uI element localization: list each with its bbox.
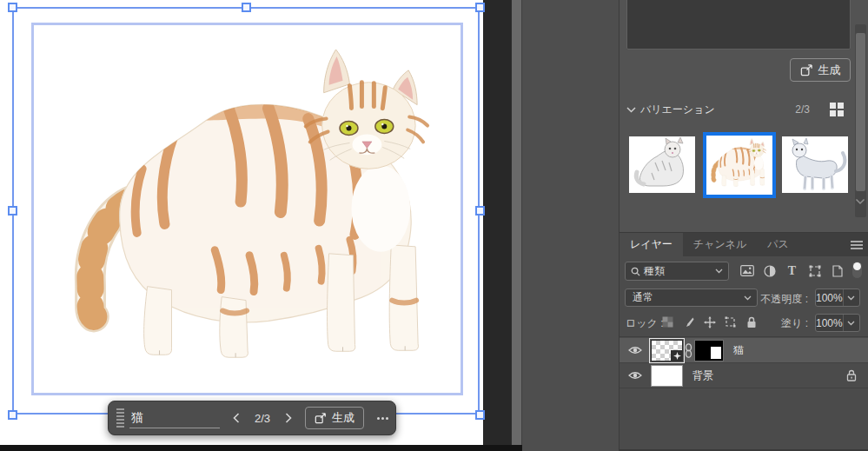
generate-button[interactable]: 生成 <box>305 407 364 429</box>
chevron-down-icon <box>626 107 636 113</box>
lock-image-pixels-button[interactable] <box>682 315 695 328</box>
adjustment-icon <box>764 265 776 277</box>
variations-header: バリエーション 2/3 <box>620 99 868 120</box>
grid-view-button[interactable] <box>829 102 845 117</box>
visibility-eye-icon[interactable] <box>628 371 642 380</box>
hamburger-menu-icon <box>850 240 864 250</box>
variation-counter: 2/3 <box>251 412 274 425</box>
variations-title: バリエーション <box>640 103 715 117</box>
transform-handle-bottom-left[interactable] <box>8 410 17 420</box>
transform-handle-top-left[interactable] <box>8 3 17 12</box>
more-options-button[interactable] <box>371 408 394 428</box>
variation-thumbnail-3[interactable] <box>782 136 848 193</box>
chevron-left-icon <box>233 413 240 423</box>
lock-transparent-pixels-button[interactable] <box>661 315 674 328</box>
filter-smart-objects-button[interactable] <box>830 263 845 278</box>
properties-panel: 生成 バリエーション 2/3 <box>619 0 868 451</box>
lock-icon <box>746 316 757 328</box>
grid-icon <box>829 102 845 117</box>
variation-thumbnail-1[interactable] <box>629 136 695 193</box>
panel-generate-button[interactable]: 生成 <box>790 58 851 82</box>
lock-artboard-button[interactable] <box>724 315 737 328</box>
opacity-value-select[interactable]: 100% <box>815 289 860 307</box>
app-background <box>522 0 619 451</box>
tab-layers[interactable]: レイヤー <box>620 233 683 256</box>
chevron-down-icon <box>715 269 723 274</box>
visibility-eye-icon[interactable] <box>628 346 642 355</box>
tab-channels[interactable]: チャンネル <box>683 233 757 256</box>
chevron-down-icon <box>855 198 865 205</box>
generate-icon <box>800 63 813 76</box>
collapse-section-button[interactable] <box>625 103 637 116</box>
previous-variation-button[interactable] <box>229 408 244 428</box>
layer-thumbnail-cat[interactable] <box>651 340 683 361</box>
layer-mask-thumbnail[interactable] <box>694 340 724 361</box>
scroll-down-button[interactable] <box>855 198 865 209</box>
layer-row-background[interactable]: 背景 <box>620 363 868 388</box>
opacity-value: 100% <box>816 292 843 304</box>
tab-paths[interactable]: パス <box>757 233 799 256</box>
canvas-bottom-bar <box>0 445 522 451</box>
transform-bounding-box <box>12 7 480 415</box>
dock-divider <box>511 0 522 451</box>
transform-handle-top-center[interactable] <box>242 3 251 12</box>
panel-scrollbar-thumb[interactable] <box>856 33 865 191</box>
chevron-down-icon <box>843 289 859 306</box>
panel-scrollbar-track[interactable] <box>855 24 866 217</box>
opacity-label: 不透明度 : <box>760 292 808 307</box>
chevron-right-icon <box>285 413 292 423</box>
shape-frame-icon <box>809 265 821 277</box>
mask-white-area <box>711 347 721 358</box>
layer-row-cat[interactable]: 猫 <box>620 338 868 363</box>
panel-menu-button[interactable] <box>850 240 864 250</box>
taskbar-drag-handle[interactable] <box>112 405 128 431</box>
lock-position-button[interactable] <box>703 315 716 328</box>
photoshop-window: 2/3 生成 生成 バリエーション <box>0 0 868 451</box>
variations-counter: 2/3 <box>795 103 810 116</box>
blend-mode-value: 通常 <box>633 290 653 305</box>
blend-mode-select[interactable]: 通常 <box>625 289 758 307</box>
checkerboard-icon <box>662 316 673 328</box>
filter-pixel-layers-button[interactable] <box>739 263 754 278</box>
chevron-down-icon <box>843 315 859 331</box>
lock-all-button[interactable] <box>745 315 758 328</box>
layer-name: 背景 <box>692 368 713 383</box>
filter-type-select[interactable]: 種類 <box>625 262 729 281</box>
transform-handle-bottom-right[interactable] <box>475 410 485 420</box>
variation-thumbnail-2-selected[interactable] <box>703 132 776 198</box>
layer-name: 猫 <box>733 343 744 358</box>
lock-label: ロック : <box>626 316 664 331</box>
next-variation-button[interactable] <box>281 408 296 428</box>
search-icon <box>631 267 640 276</box>
generative-layer-badge-icon <box>671 350 683 361</box>
prompt-input[interactable] <box>129 408 220 428</box>
divider <box>620 336 868 337</box>
filter-toggle-switch[interactable] <box>852 262 862 278</box>
pasteboard <box>483 0 511 445</box>
lock-row: ロック : <box>620 313 868 334</box>
chevron-down-icon <box>744 295 752 301</box>
layer-thumbnail-background[interactable] <box>651 365 683 387</box>
transform-handle-top-right[interactable] <box>475 3 485 12</box>
move-icon <box>704 316 716 328</box>
generate-button-label: 生成 <box>332 410 354 426</box>
transform-handle-middle-right[interactable] <box>475 206 485 216</box>
fill-value-select[interactable]: 100% <box>815 314 860 332</box>
panel-generate-label: 生成 <box>818 63 841 78</box>
layers-panel: レイヤー チャンネル パス 種類 <box>620 232 868 451</box>
filter-type-layers-button[interactable]: T <box>785 263 799 278</box>
brush-icon <box>683 316 694 328</box>
filter-adjustment-layers-button[interactable] <box>762 263 777 278</box>
gray-cat-sitting-art <box>629 136 695 193</box>
transform-handle-middle-left[interactable] <box>8 206 17 216</box>
layer-mask-link-icon[interactable] <box>685 343 692 358</box>
artboard-icon <box>725 316 736 328</box>
gray-cat-standing-art <box>782 136 848 193</box>
fill-value: 100% <box>816 317 843 329</box>
filter-shape-layers-button[interactable] <box>807 263 822 278</box>
prompt-textarea[interactable] <box>626 0 851 50</box>
generate-icon <box>315 412 327 424</box>
fill-label: 塗り : <box>781 316 808 331</box>
background-lock-icon[interactable] <box>846 369 857 381</box>
image-icon <box>740 265 754 276</box>
